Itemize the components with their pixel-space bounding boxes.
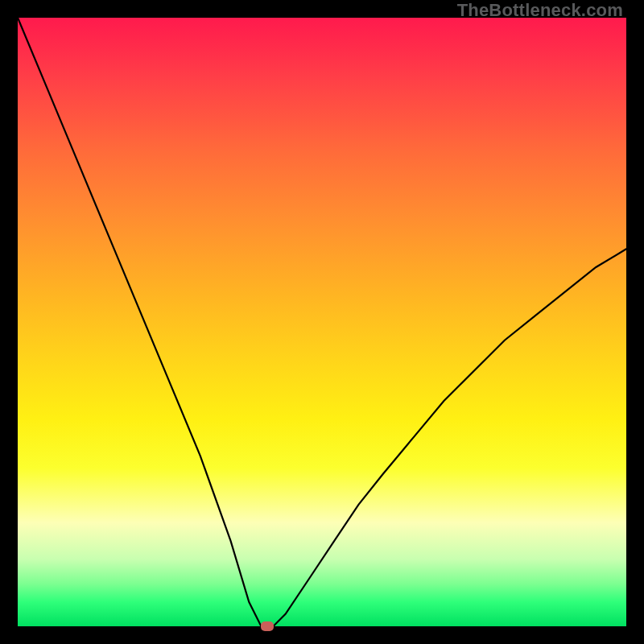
watermark-text: TheBottleneck.com bbox=[457, 0, 623, 21]
chart-frame: TheBottleneck.com bbox=[0, 0, 644, 644]
optimal-marker bbox=[261, 621, 274, 631]
curve-layer bbox=[18, 18, 626, 626]
bottleneck-curve bbox=[18, 18, 626, 626]
